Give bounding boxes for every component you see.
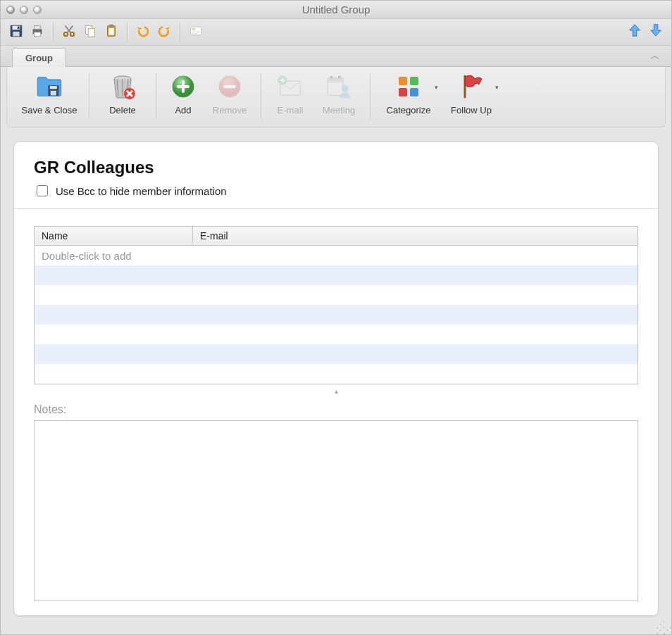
floppy-disk-icon [8,23,24,41]
print-button[interactable] [27,23,47,42]
copy-icon [82,23,98,41]
scrapbook-button[interactable] [186,23,206,42]
ribbon-label: Remove [213,105,247,115]
svg-rect-26 [177,85,189,88]
svg-rect-12 [109,25,113,27]
separator [127,23,127,42]
titlebar: Untitled Group [1,1,671,19]
svg-point-34 [338,76,341,79]
clipboard-icon [104,23,119,41]
table-row[interactable] [35,344,637,364]
zoom-window-button[interactable] [33,6,42,14]
table-row[interactable] [35,325,637,344]
svg-rect-38 [399,88,407,96]
ribbon-label: Categorize [387,105,431,115]
svg-rect-19 [50,86,57,89]
redo-button[interactable] [154,23,174,42]
save-and-close-button[interactable]: Save & Close [15,71,83,117]
svg-point-33 [330,76,333,79]
separator [180,23,180,42]
window-title: Untitled Group [1,4,671,15]
svg-rect-6 [34,32,40,37]
cut-button[interactable] [59,23,79,42]
folder-save-icon [35,73,63,101]
trash-icon [108,73,137,101]
redo-icon [156,23,173,41]
dropdown-caret-icon: ▾ [495,84,499,91]
meeting-button: Meeting [313,71,364,117]
table-row[interactable] [35,285,637,305]
delete-button[interactable]: Delete [95,71,150,117]
minimize-window-button[interactable] [20,6,28,14]
previous-item-button[interactable] [625,23,645,42]
notes-label: Notes: [34,403,638,416]
close-window-button[interactable] [6,6,15,14]
arrow-down-icon [648,22,664,42]
card-icon [188,24,204,40]
bcc-label: Use Bcc to hide member information [56,185,227,197]
table-row-placeholder[interactable]: Double-click to add [35,246,637,265]
table-header: Name E-mail [35,227,637,246]
splitter-handle[interactable]: ▴ [34,384,638,401]
add-member-button[interactable]: Add [162,71,204,117]
categories-icon [394,73,423,101]
ribbon-label: Delete [109,105,136,115]
categorize-button[interactable]: Categorize ▾ [376,71,441,117]
ribbon-tabstrip: Group ︿ [1,46,671,67]
placeholder-text: Double-click to add [35,250,193,262]
follow-up-button[interactable]: Follow Up ▾ [441,71,502,117]
quick-access-toolbar [1,19,671,46]
svg-rect-17 [192,33,197,34]
table-row[interactable] [35,265,637,285]
ribbon: Save & Close Delete Add [6,67,666,127]
svg-rect-15 [192,28,195,30]
undo-icon [135,23,151,41]
divider [14,208,658,209]
svg-rect-39 [410,88,418,96]
calendar-person-icon [325,73,353,101]
svg-rect-5 [34,26,40,30]
table-row[interactable] [35,305,637,325]
arrow-up-icon [627,22,642,42]
separator [53,23,54,42]
table-row[interactable] [35,364,637,384]
ribbon-label: Add [175,105,191,115]
collapse-ribbon-button[interactable]: ︿ [646,49,664,64]
svg-rect-10 [88,28,94,37]
svg-rect-36 [399,77,407,85]
content-panel: GR Colleagues Use Bcc to hide member inf… [13,142,659,616]
next-item-button[interactable] [646,23,666,42]
email-group-button: E-mail [267,71,313,117]
chevron-up-icon: ︿ [650,50,660,61]
svg-rect-2 [13,32,19,36]
column-header-email[interactable]: E-mail [193,227,637,245]
tab-group[interactable]: Group [12,48,66,67]
table-body[interactable]: Double-click to add [35,246,637,384]
printer-icon [30,23,45,41]
window: Untitled Group [0,0,672,635]
envelope-icon [276,73,304,101]
svg-rect-16 [192,32,200,32]
remove-member-button: Remove [204,71,255,117]
ribbon-label: Follow Up [451,105,492,115]
svg-rect-32 [328,78,344,83]
members-table: Name E-mail Double-click to add [34,226,638,384]
ribbon-label: E-mail [278,105,304,115]
svg-rect-37 [410,77,418,85]
undo-button[interactable] [133,23,153,42]
ribbon-label: Meeting [323,105,355,115]
copy-button[interactable] [80,23,100,42]
bcc-checkbox[interactable] [37,185,48,196]
scissors-icon [61,23,77,41]
svg-rect-20 [51,91,56,96]
traffic-lights [6,6,42,14]
group-name-heading: GR Colleagues [34,158,638,177]
paste-button[interactable] [101,23,121,42]
notes-textarea[interactable] [34,420,638,601]
column-header-name[interactable]: Name [35,227,193,245]
svg-rect-13 [108,28,113,34]
plus-circle-icon [169,73,197,101]
ribbon-label: Save & Close [22,105,77,115]
save-button[interactable] [6,23,26,42]
bcc-checkbox-row[interactable]: Use Bcc to hide member information [34,183,638,199]
